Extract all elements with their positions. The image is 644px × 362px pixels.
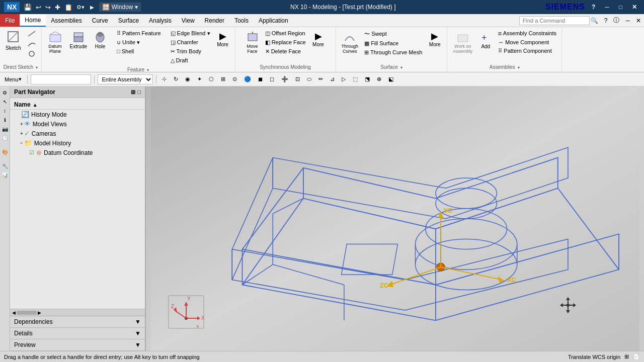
snap-icon[interactable]: ✚ bbox=[55, 4, 60, 11]
dependencies-header[interactable]: Dependencies ▼ bbox=[10, 316, 145, 327]
status-icon-2[interactable]: 📄 bbox=[633, 353, 640, 360]
minimize-button[interactable]: ─ bbox=[602, 3, 612, 12]
ribbon-btn-offset-region[interactable]: ◫ Offset Region bbox=[263, 29, 308, 38]
details-arrow[interactable]: ▼ bbox=[135, 330, 141, 337]
ribbon-btn-pattern-component[interactable]: ⠿ Pattern Component bbox=[496, 47, 558, 55]
toolbar2-icon-9[interactable]: ◼ bbox=[256, 75, 265, 83]
redo-icon[interactable]: ↪ bbox=[45, 4, 51, 11]
left-icon-move[interactable]: ↕ bbox=[1, 107, 9, 115]
toolbar2-icon-11[interactable]: ➕ bbox=[279, 75, 291, 83]
ribbon-btn-unite[interactable]: ∪ Unite ▾ bbox=[115, 38, 163, 47]
toolbar2-icon-5[interactable]: ⬡ bbox=[206, 75, 216, 83]
ribbon-btn-through-curve-mesh[interactable]: ⊞ Through Curve Mesh bbox=[362, 48, 424, 57]
menu-render[interactable]: Render bbox=[200, 14, 229, 27]
sketch-circle-btn[interactable] bbox=[25, 49, 38, 58]
quick-save-icon[interactable]: 💾 bbox=[24, 4, 32, 11]
viewport[interactable]: YC XC ZC bbox=[146, 86, 644, 351]
menu-analysis[interactable]: Analysis bbox=[144, 14, 177, 27]
help-button[interactable]: ? bbox=[589, 3, 598, 12]
toolbar2-icon-15[interactable]: ⊿ bbox=[328, 75, 337, 83]
dependencies-arrow[interactable]: ▼ bbox=[135, 318, 141, 325]
menu-assemblies[interactable]: Assemblies bbox=[46, 14, 87, 27]
ribbon-btn-chamfer[interactable]: ◲ Chamfer bbox=[169, 38, 212, 47]
cameras-expand[interactable]: + bbox=[20, 131, 23, 136]
nav-expand-icon[interactable]: ⊞ bbox=[131, 89, 135, 96]
ribbon-btn-edge-blend[interactable]: ◱ Edge Blend ▾ bbox=[169, 29, 212, 38]
toolbar2-icon-8[interactable]: 🔵 bbox=[242, 75, 254, 83]
ribbon-btn-swept[interactable]: 〜 Swept bbox=[362, 29, 424, 39]
close-ribbon-icon[interactable]: ✕ bbox=[633, 16, 644, 25]
status-icon-1[interactable]: ⊞ bbox=[624, 353, 629, 360]
search-icon[interactable]: 🔍 bbox=[590, 16, 599, 25]
ribbon-btn-hole[interactable]: Hole bbox=[91, 29, 109, 51]
toolbar2-icon-4[interactable]: ✦ bbox=[195, 75, 204, 83]
sketch-arc-btn[interactable] bbox=[25, 39, 38, 48]
surface-dropdown[interactable]: ▾ bbox=[400, 65, 403, 70]
more-icon[interactable]: ► bbox=[89, 4, 95, 11]
nav-item-model-views[interactable]: + 👁 Model Views bbox=[10, 119, 145, 129]
sketch-dropdown[interactable]: ▾ bbox=[36, 65, 38, 70]
scroll-thumb[interactable] bbox=[17, 311, 37, 315]
ribbon-btn-add[interactable]: + Add bbox=[476, 29, 495, 51]
nx-help-icon[interactable]: ⓘ bbox=[610, 15, 622, 26]
restore-button[interactable]: □ bbox=[616, 3, 625, 12]
ribbon-btn-surface-more[interactable]: ▶ More bbox=[426, 29, 444, 49]
ribbon-btn-feature-more[interactable]: ▶ More bbox=[214, 29, 232, 49]
toolbar2-icon-16[interactable]: ▷ bbox=[339, 75, 348, 83]
menu-curve[interactable]: Curve bbox=[87, 14, 113, 27]
toolbar2-icon-13[interactable]: ⬭ bbox=[304, 75, 314, 83]
toolbar2-icon-3[interactable]: ◉ bbox=[183, 75, 193, 83]
left-icon-camera[interactable]: 📷 bbox=[1, 125, 9, 133]
toolbar2-icon-6[interactable]: ⊞ bbox=[218, 75, 228, 83]
menu-application[interactable]: Application bbox=[254, 14, 293, 27]
menu-surface[interactable]: Surface bbox=[113, 14, 144, 27]
ribbon-btn-replace-face[interactable]: ◧ Replace Face bbox=[263, 38, 308, 47]
left-icon-info[interactable]: ℹ bbox=[1, 116, 9, 124]
ribbon-btn-delete-face[interactable]: ✕ Delete Face bbox=[263, 47, 308, 56]
toolbar-menu-btn[interactable]: Menu ▾ bbox=[2, 75, 24, 83]
model-history-expand[interactable]: − bbox=[20, 140, 23, 146]
close-app-button[interactable]: ✕ bbox=[629, 3, 640, 12]
menu-tools[interactable]: Tools bbox=[229, 14, 254, 27]
left-icon-palette[interactable]: 🎨 bbox=[1, 148, 9, 156]
menu-file[interactable]: File bbox=[0, 14, 20, 27]
ribbon-btn-sketch[interactable]: Sketch bbox=[3, 29, 24, 52]
sort-arrow[interactable]: ▲ bbox=[33, 102, 38, 108]
details-header[interactable]: Details ▼ bbox=[10, 328, 145, 339]
ribbon-btn-move-component[interactable]: ↔ Move Component bbox=[496, 38, 558, 46]
find-command-input[interactable] bbox=[519, 16, 590, 25]
toolbar2-icon-18[interactable]: ⬔ bbox=[362, 75, 372, 83]
toolbar2-icon-10[interactable]: ◻ bbox=[267, 75, 277, 83]
toolbar2-icon-12[interactable]: ⊡ bbox=[293, 75, 302, 83]
copy-icon[interactable]: 📋 bbox=[64, 4, 72, 11]
help-icon[interactable]: ? bbox=[601, 16, 611, 25]
scroll-right-arrow[interactable]: ▶ bbox=[38, 310, 41, 315]
ribbon-btn-datum-plane[interactable]: DatumPlane bbox=[45, 29, 66, 55]
ribbon-btn-pattern[interactable]: ⠿ Pattern Feature bbox=[115, 29, 163, 38]
model-views-expand[interactable]: + bbox=[20, 121, 23, 127]
assembly-filter-select[interactable]: Entire Assembly bbox=[98, 74, 153, 84]
toolbar2-icon-20[interactable]: ⬕ bbox=[386, 75, 396, 83]
undo-icon[interactable]: ↩ bbox=[36, 4, 41, 11]
ribbon-btn-sync-more[interactable]: ▶ More bbox=[309, 29, 328, 49]
menu-view[interactable]: View bbox=[177, 14, 200, 27]
assemblies-dropdown[interactable]: ▾ bbox=[518, 65, 520, 70]
minimize-ribbon-icon[interactable]: ─ bbox=[622, 16, 633, 25]
settings-icon[interactable]: ⚙▾ bbox=[76, 4, 85, 11]
toolbar2-icon-7[interactable]: ⊙ bbox=[230, 75, 239, 83]
nav-item-cameras[interactable]: + ✓ Cameras bbox=[10, 129, 145, 138]
scroll-left-arrow[interactable]: ◀ bbox=[12, 310, 16, 315]
ribbon-btn-through-curves[interactable]: ThroughCurves bbox=[339, 29, 361, 55]
preview-header[interactable]: Preview ▼ bbox=[10, 339, 145, 350]
feature-dropdown[interactable]: ▾ bbox=[147, 68, 149, 72]
left-icon-select[interactable]: ↖ bbox=[1, 98, 9, 106]
toolbar2-icon-2[interactable]: ↻ bbox=[171, 75, 181, 83]
ribbon-btn-draft[interactable]: △ Draft bbox=[169, 56, 212, 65]
nav-item-history-mode[interactable]: 🔄 History Mode bbox=[10, 110, 145, 119]
window-menu[interactable]: 🪟 Window ▾ bbox=[99, 3, 140, 12]
ribbon-btn-shell[interactable]: □ Shell bbox=[115, 47, 163, 55]
toolbar2-icon-19[interactable]: ⊕ bbox=[374, 75, 384, 83]
ribbon-btn-trim-body[interactable]: ✂ Trim Body bbox=[169, 47, 212, 56]
ribbon-btn-move-face[interactable]: MoveFace bbox=[244, 29, 262, 55]
preview-arrow[interactable]: ▼ bbox=[135, 341, 141, 348]
